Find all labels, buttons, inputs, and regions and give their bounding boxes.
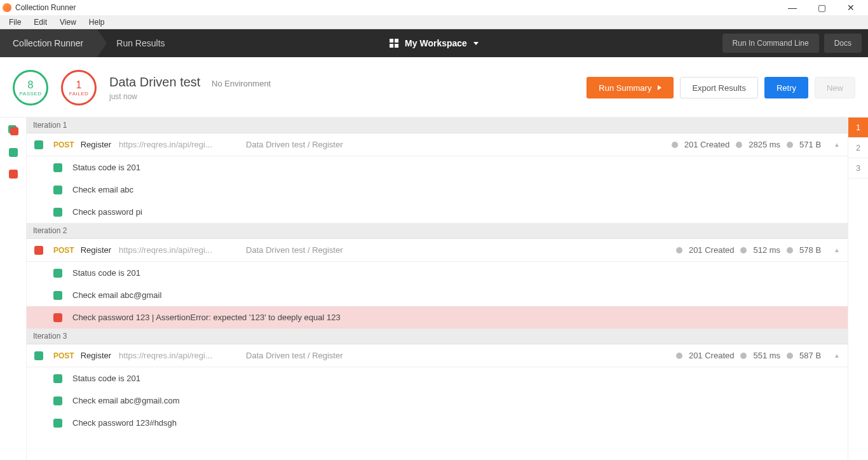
response-size: 578 B xyxy=(799,245,821,255)
test-row: Check email abc@gmail xyxy=(27,284,848,306)
app-title: Collection Runner xyxy=(15,3,76,12)
request-path: Data Driven test / Register xyxy=(246,351,676,360)
iteration-rail: 1 2 3 xyxy=(848,118,868,459)
test-row: Check password 123 | AssertionError: exp… xyxy=(27,306,848,328)
request-url: https://reqres.in/api/regi... xyxy=(119,140,220,149)
run-summary-header: 8 PASSED 1 FAILED Data Driven test No En… xyxy=(0,57,868,118)
environment-label: No Environment xyxy=(212,79,271,88)
request-method: POST xyxy=(53,246,74,255)
status-code: 201 Created xyxy=(684,140,730,149)
test-text: Check password 123#hdsgh xyxy=(72,418,177,428)
menu-file[interactable]: File xyxy=(3,18,27,27)
menu-bar: File Edit View Help xyxy=(0,15,868,29)
status-dot xyxy=(53,269,62,278)
filter-all-icon[interactable] xyxy=(8,125,18,135)
filter-rail xyxy=(0,118,27,459)
menu-edit[interactable]: Edit xyxy=(27,18,53,27)
export-results-button[interactable]: Export Results xyxy=(680,77,758,98)
test-text: Status code is 201 xyxy=(72,374,140,383)
iteration-link-2[interactable]: 2 xyxy=(848,138,868,158)
status-dot xyxy=(53,291,62,300)
request-method: POST xyxy=(53,140,74,149)
play-icon xyxy=(658,85,661,90)
iteration-header: Iteration 3 xyxy=(27,328,848,344)
passed-count: 8 xyxy=(28,79,34,91)
passed-counter: 8 PASSED xyxy=(13,70,48,105)
test-text: Check email abc@gmail xyxy=(72,290,161,300)
breadcrumb-current: Run Results xyxy=(97,29,179,57)
iteration-link-3[interactable]: 3 xyxy=(848,158,868,179)
request-row[interactable]: POSTRegisterhttps://reqres.in/api/regi..… xyxy=(27,344,848,367)
passed-label: PASSED xyxy=(20,91,42,97)
meta-dot-icon xyxy=(787,247,793,254)
status-dot xyxy=(34,140,43,149)
status-dot xyxy=(53,163,62,172)
meta-dot-icon xyxy=(787,142,793,148)
run-title-block: Data Driven test No Environment just now xyxy=(109,75,271,101)
close-button[interactable]: ✕ xyxy=(836,0,865,15)
results-list: Iteration 1POSTRegisterhttps://reqres.in… xyxy=(27,118,848,459)
request-row[interactable]: POSTRegisterhttps://reqres.in/api/regi..… xyxy=(27,239,848,262)
test-text: Check password 123 | AssertionError: exp… xyxy=(72,313,341,322)
request-meta: 201 Created2825 ms571 B xyxy=(672,140,821,149)
iteration-header: Iteration 2 xyxy=(27,223,848,239)
collection-name: Data Driven test xyxy=(109,75,200,90)
filter-passed-icon[interactable] xyxy=(9,148,18,157)
status-dot xyxy=(53,313,62,322)
meta-dot-icon xyxy=(672,142,678,148)
test-row: Status code is 201 xyxy=(27,156,848,179)
run-time: just now xyxy=(109,92,271,101)
request-method: POST xyxy=(53,351,74,360)
iteration-header: Iteration 1 xyxy=(27,118,848,133)
test-row: Status code is 201 xyxy=(27,367,848,389)
run-summary-button[interactable]: Run Summary xyxy=(587,77,674,98)
failed-counter: 1 FAILED xyxy=(61,70,97,105)
test-row: Check password pi xyxy=(27,201,848,223)
menu-view[interactable]: View xyxy=(53,18,83,27)
meta-dot-icon xyxy=(676,247,682,254)
request-url: https://reqres.in/api/regi... xyxy=(119,245,220,255)
request-url: https://reqres.in/api/regi... xyxy=(119,351,220,360)
chevron-up-icon: ▲ xyxy=(834,247,840,254)
docs-button[interactable]: Docs xyxy=(824,34,862,53)
request-meta: 201 Created512 ms578 B xyxy=(676,245,821,255)
retry-button[interactable]: Retry xyxy=(764,77,808,98)
run-commandline-button[interactable]: Run In Command Line xyxy=(722,34,819,53)
breadcrumb-root[interactable]: Collection Runner xyxy=(0,29,97,57)
request-name: Register xyxy=(81,351,111,360)
status-code: 201 Created xyxy=(689,245,735,255)
status-dot xyxy=(53,208,62,217)
request-name: Register xyxy=(81,245,111,255)
request-row[interactable]: POSTRegisterhttps://reqres.in/api/regi..… xyxy=(27,133,848,156)
response-time: 551 ms xyxy=(753,351,780,360)
test-row: Check email abc xyxy=(27,179,848,201)
status-dot xyxy=(53,186,62,194)
request-path: Data Driven test / Register xyxy=(246,140,672,149)
response-time: 512 ms xyxy=(753,245,780,255)
test-text: Check email abc xyxy=(72,185,133,194)
filter-failed-icon[interactable] xyxy=(9,170,18,179)
test-text: Status code is 201 xyxy=(72,268,140,278)
menu-help[interactable]: Help xyxy=(83,18,111,27)
response-size: 587 B xyxy=(799,351,821,360)
meta-dot-icon xyxy=(740,247,747,254)
title-bar: Collection Runner — ▢ ✕ xyxy=(0,0,868,15)
meta-dot-icon xyxy=(740,353,747,359)
new-button[interactable]: New xyxy=(815,77,855,98)
test-text: Check email abc@gmail.com xyxy=(72,396,180,405)
test-text: Check password pi xyxy=(72,207,142,217)
request-meta: 201 Created551 ms587 B xyxy=(676,351,821,360)
minimize-button[interactable]: — xyxy=(778,0,807,15)
test-row: Status code is 201 xyxy=(27,262,848,284)
failed-label: FAILED xyxy=(69,91,89,97)
response-time: 2825 ms xyxy=(749,140,780,149)
status-dot xyxy=(34,351,43,360)
maximize-button[interactable]: ▢ xyxy=(807,0,836,15)
chevron-down-icon xyxy=(473,42,478,45)
request-name: Register xyxy=(81,140,111,149)
iteration-link-1[interactable]: 1 xyxy=(848,118,868,138)
status-dot xyxy=(53,419,62,428)
workspace-selector[interactable]: My Workspace xyxy=(390,38,478,48)
request-path: Data Driven test / Register xyxy=(246,245,676,255)
failed-count: 1 xyxy=(76,79,82,91)
